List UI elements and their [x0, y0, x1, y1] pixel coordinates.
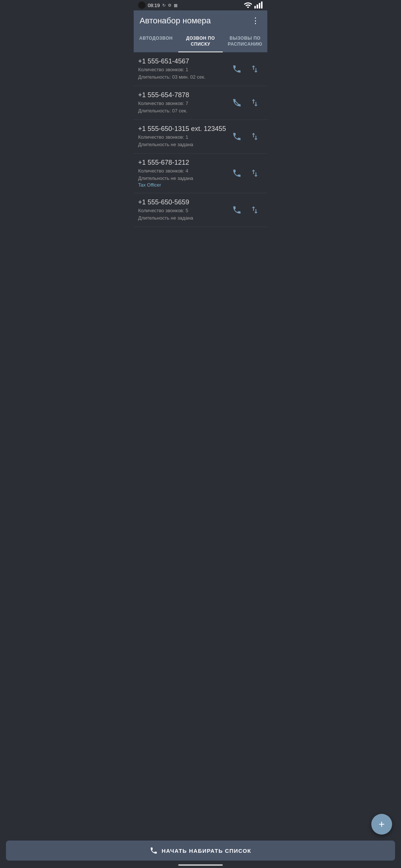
call-actions	[229, 128, 263, 145]
phone-icon	[232, 132, 242, 141]
status-time: 08:19	[148, 3, 160, 8]
call-duration: Длительность: 03 мин. 02 сек.	[138, 73, 229, 81]
status-bar: 08:19 ↻ ⚙ ▦	[134, 0, 267, 10]
reorder-button[interactable]	[247, 61, 263, 77]
call-button[interactable]	[229, 202, 245, 218]
call-actions	[229, 165, 263, 181]
call-duration: Длительность не задана	[138, 141, 229, 148]
reorder-button[interactable]	[247, 202, 263, 218]
call-info: +1 555-650-1315 ext. 123455 Количество з…	[138, 125, 229, 148]
call-actions	[229, 61, 263, 77]
app-bar: Автонабор номера ⋮	[134, 10, 267, 31]
call-info: +1 555-654-7878 Количество звонков: 7 Дл…	[138, 91, 229, 114]
list-item[interactable]: +1 555-654-7878 Количество звонков: 7 Дл…	[134, 86, 267, 120]
call-number: +1 555-654-7878	[138, 91, 229, 99]
call-actions	[229, 202, 263, 218]
list-item[interactable]: +1 555-651-4567 Количество звонков: 1 Дл…	[134, 52, 267, 86]
camera-icon	[138, 1, 146, 9]
call-count: Количество звонков: 7	[138, 100, 229, 107]
call-info: +1 555-678-1212 Количество звонков: 4 Дл…	[138, 159, 229, 188]
call-actions	[229, 95, 263, 111]
swap-vert-icon	[250, 168, 260, 178]
call-list: +1 555-651-4567 Количество звонков: 1 Дл…	[134, 52, 267, 279]
call-tag: Tax Officer	[138, 182, 229, 188]
call-duration: Длительность не задана	[138, 214, 229, 222]
reorder-button[interactable]	[247, 95, 263, 111]
call-count: Количество звонков: 1	[138, 134, 229, 141]
call-count: Количество звонков: 4	[138, 167, 229, 175]
signal-icon	[254, 1, 263, 10]
call-button[interactable]	[229, 128, 245, 145]
call-info: +1 555-650-5659 Количество звонков: 5 Дл…	[138, 198, 229, 221]
sim-icon: ▦	[174, 3, 177, 8]
tab-schedule[interactable]: ВЫЗОВЫ ПО РАСПИСАНИЮ	[223, 31, 267, 52]
settings-status-icon: ⚙	[168, 3, 172, 8]
reorder-button[interactable]	[247, 165, 263, 181]
swap-vert-icon	[250, 132, 260, 141]
list-item[interactable]: +1 555-650-5659 Количество звонков: 5 Дл…	[134, 193, 267, 227]
tabs-bar: АВТОДОЗВОН ДОЗВОН ПО СПИСКУ ВЫЗОВЫ ПО РА…	[134, 31, 267, 52]
svg-rect-1	[257, 4, 258, 9]
reorder-button[interactable]	[247, 128, 263, 145]
phone-icon	[232, 168, 242, 178]
call-number: +1 555-651-4567	[138, 57, 229, 65]
call-button[interactable]	[229, 61, 245, 77]
svg-rect-2	[259, 3, 260, 9]
more-options-button[interactable]: ⋮	[250, 16, 261, 26]
status-extra-icon: ↻	[162, 3, 166, 8]
phone-icon	[232, 64, 242, 74]
list-item[interactable]: +1 555-678-1212 Количество звонков: 4 Дл…	[134, 154, 267, 193]
swap-vert-icon	[250, 205, 260, 215]
swap-vert-icon	[250, 98, 260, 108]
call-info: +1 555-651-4567 Количество звонков: 1 Дл…	[138, 57, 229, 80]
svg-rect-0	[254, 6, 256, 9]
phone-icon	[232, 205, 242, 215]
status-right-icons	[244, 1, 263, 10]
list-item[interactable]: +1 555-650-1315 ext. 123455 Количество з…	[134, 120, 267, 154]
tab-autodial[interactable]: АВТОДОЗВОН	[134, 31, 178, 52]
svg-rect-3	[261, 1, 263, 9]
app-title: Автонабор номера	[140, 16, 211, 26]
call-duration: Длительность: 07 сек.	[138, 107, 229, 115]
swap-vert-icon	[250, 64, 260, 74]
call-button[interactable]	[229, 95, 245, 111]
call-button[interactable]	[229, 165, 245, 181]
call-count: Количество звонков: 5	[138, 207, 229, 214]
call-number: +1 555-650-5659	[138, 198, 229, 206]
wifi-icon	[244, 1, 252, 10]
call-count: Количество звонков: 1	[138, 66, 229, 73]
phone-missed-icon	[232, 98, 242, 108]
call-number: +1 555-650-1315 ext. 123455	[138, 125, 229, 133]
call-duration: Длительность не задана	[138, 175, 229, 182]
call-number: +1 555-678-1212	[138, 159, 229, 167]
tab-list[interactable]: ДОЗВОН ПО СПИСКУ	[178, 31, 223, 52]
status-left: 08:19 ↻ ⚙ ▦	[138, 1, 177, 9]
